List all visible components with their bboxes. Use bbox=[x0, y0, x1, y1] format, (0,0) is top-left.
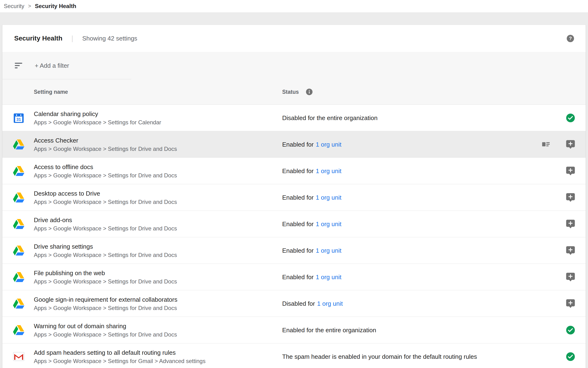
setting-path: Apps > Google Workspace > Settings for D… bbox=[34, 198, 177, 206]
recommendation-flag-icon[interactable] bbox=[566, 140, 575, 149]
help-button[interactable] bbox=[566, 34, 575, 43]
table-row[interactable]: Drive add-ons Apps > Google Workspace > … bbox=[2, 211, 586, 237]
setting-cell: Access Checker Apps > Google Workspace >… bbox=[34, 136, 177, 153]
drive-icon bbox=[13, 245, 24, 256]
status-text: Enabled for bbox=[282, 273, 314, 280]
column-header-setting-name: Setting name bbox=[34, 89, 68, 95]
setting-cell: Add spam headers setting to all default … bbox=[34, 348, 206, 365]
settings-card-icon[interactable] bbox=[541, 140, 550, 149]
drive-icon bbox=[13, 324, 24, 336]
status-column-label: Status bbox=[282, 89, 299, 95]
table-row[interactable]: Add spam headers setting to all default … bbox=[2, 343, 586, 368]
status-text: The spam header is enabled in your domai… bbox=[282, 353, 477, 360]
setting-cell: Access to offline docs Apps > Google Wor… bbox=[34, 163, 177, 179]
setting-name: Drive add-ons bbox=[34, 216, 177, 224]
setting-path: Apps > Google Workspace > Settings for D… bbox=[34, 171, 177, 179]
org-unit-link[interactable]: 1 org unit bbox=[316, 141, 341, 148]
drive-icon bbox=[13, 218, 24, 230]
org-unit-link[interactable]: 1 org unit bbox=[316, 167, 341, 174]
status-cell: The spam header is enabled in your domai… bbox=[282, 353, 477, 360]
setting-cell: Drive add-ons Apps > Google Workspace > … bbox=[34, 216, 177, 232]
setting-path: Apps > Google Workspace > Settings for D… bbox=[34, 224, 177, 232]
drive-icon bbox=[13, 298, 24, 309]
setting-path: Apps > Google Workspace > Settings for G… bbox=[34, 357, 206, 365]
help-icon bbox=[566, 34, 575, 43]
filter-bar: + Add a filter bbox=[2, 52, 586, 79]
setting-name: Calendar sharing policy bbox=[34, 110, 161, 118]
table-row[interactable]: File publishing on the web Apps > Google… bbox=[2, 264, 586, 290]
status-cell: Enabled for1 org unit bbox=[282, 167, 341, 175]
drive-icon bbox=[13, 165, 24, 177]
breadcrumb-current: Security Health bbox=[35, 3, 76, 9]
header-divider: | bbox=[71, 34, 73, 42]
status-text: Disabled for the entire organization bbox=[282, 114, 377, 121]
recommendation-flag-icon[interactable] bbox=[566, 219, 575, 229]
table-row[interactable]: Google sign-in requirement for external … bbox=[2, 290, 586, 317]
drive-icon bbox=[13, 192, 24, 203]
org-unit-link[interactable]: 1 org unit bbox=[316, 247, 341, 254]
org-unit-link[interactable]: 1 org unit bbox=[316, 273, 341, 280]
status-cell: Enabled for1 org unit bbox=[282, 273, 341, 281]
setting-path: Apps > Google Workspace > Settings for D… bbox=[34, 145, 177, 153]
org-unit-link[interactable]: 1 org unit bbox=[316, 220, 341, 227]
status-cell: Enabled for1 org unit bbox=[282, 220, 341, 228]
setting-name: Desktop access to Drive bbox=[34, 189, 177, 198]
recommendation-flag-icon[interactable] bbox=[566, 299, 575, 308]
status-cell: Disabled for the entire organization bbox=[282, 114, 377, 121]
setting-cell: File publishing on the web Apps > Google… bbox=[34, 269, 177, 285]
setting-path: Apps > Google Workspace > Settings for D… bbox=[34, 331, 177, 338]
gmail-icon bbox=[13, 351, 24, 362]
table-header: Setting name Status bbox=[2, 79, 586, 105]
setting-path: Apps > Google Workspace > Settings for D… bbox=[34, 251, 177, 259]
drive-icon bbox=[13, 271, 24, 283]
table-row[interactable]: Warning for out of domain sharing Apps >… bbox=[2, 317, 586, 343]
org-unit-link[interactable]: 1 org unit bbox=[317, 300, 343, 307]
calendar-icon bbox=[13, 112, 24, 124]
status-cell: Disabled for1 org unit bbox=[282, 300, 343, 307]
breadcrumb-chevron-icon: > bbox=[28, 3, 31, 9]
recommendation-flag-icon[interactable] bbox=[566, 193, 575, 202]
filter-icon bbox=[14, 61, 23, 70]
add-filter-button[interactable]: + Add a filter bbox=[35, 62, 69, 69]
table-row[interactable]: Access Checker Apps > Google Workspace >… bbox=[2, 131, 586, 158]
setting-name: Google sign-in requirement for external … bbox=[34, 295, 177, 304]
status-cell: Enabled for the entire organization bbox=[282, 326, 376, 334]
recommendation-flag-icon[interactable] bbox=[566, 246, 575, 255]
card-header: Security Health | Showing 42 settings bbox=[2, 25, 586, 52]
setting-cell: Desktop access to Drive Apps > Google Wo… bbox=[34, 189, 177, 206]
setting-name: Access Checker bbox=[34, 136, 177, 145]
recommendation-flag-icon[interactable] bbox=[566, 166, 575, 176]
settings-table-body: Calendar sharing policy Apps > Google Wo… bbox=[2, 105, 586, 368]
recommendation-flag-icon[interactable] bbox=[566, 272, 575, 282]
table-row[interactable]: Drive sharing settings Apps > Google Wor… bbox=[2, 237, 586, 264]
setting-path: Apps > Google Workspace > Settings for C… bbox=[34, 118, 161, 126]
setting-cell: Warning for out of domain sharing Apps >… bbox=[34, 322, 177, 338]
status-text: Enabled for bbox=[282, 220, 314, 227]
setting-cell: Calendar sharing policy Apps > Google Wo… bbox=[34, 110, 161, 126]
setting-path: Apps > Google Workspace > Settings for D… bbox=[34, 277, 177, 285]
setting-name: Add spam headers setting to all default … bbox=[34, 348, 206, 357]
check-circle-icon bbox=[566, 325, 575, 335]
status-info-icon[interactable] bbox=[305, 88, 313, 96]
setting-cell: Google sign-in requirement for external … bbox=[34, 295, 177, 312]
table-row[interactable]: Desktop access to Drive Apps > Google Wo… bbox=[2, 184, 586, 211]
page-title: Security Health bbox=[14, 35, 62, 42]
table-row[interactable]: Access to offline docs Apps > Google Wor… bbox=[2, 158, 586, 184]
org-unit-link[interactable]: 1 org unit bbox=[316, 194, 341, 201]
breadcrumb-security[interactable]: Security bbox=[4, 3, 24, 9]
check-circle-icon bbox=[566, 113, 575, 123]
status-text: Enabled for bbox=[282, 194, 314, 201]
setting-cell: Drive sharing settings Apps > Google Wor… bbox=[34, 242, 177, 259]
table-row[interactable]: Calendar sharing policy Apps > Google Wo… bbox=[2, 105, 586, 131]
column-header-status: Status bbox=[282, 88, 313, 96]
check-circle-icon bbox=[566, 352, 575, 361]
drive-icon bbox=[13, 139, 24, 150]
status-cell: Enabled for1 org unit bbox=[282, 194, 341, 201]
setting-path: Apps > Google Workspace > Settings for D… bbox=[34, 304, 177, 312]
setting-name: Access to offline docs bbox=[34, 163, 177, 171]
breadcrumb: Security > Security Health bbox=[0, 0, 588, 12]
setting-name: Warning for out of domain sharing bbox=[34, 322, 177, 331]
status-text: Enabled for bbox=[282, 141, 314, 148]
status-text: Enabled for the entire organization bbox=[282, 326, 376, 333]
status-cell: Enabled for1 org unit bbox=[282, 247, 341, 254]
